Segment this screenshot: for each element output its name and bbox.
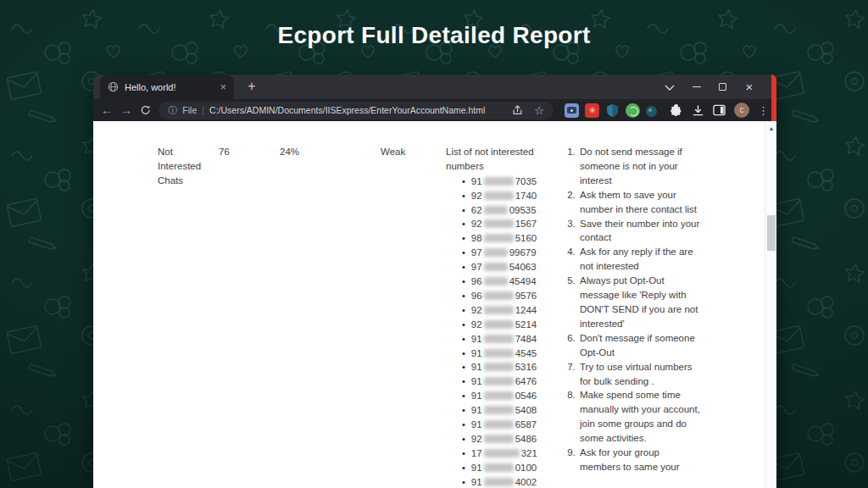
phone-number-item: •915316 [462,360,558,374]
phone-number-item: •914002 [462,475,558,488]
tab-strip: Hello, world! × + × [93,75,776,99]
forward-icon[interactable]: → [120,104,132,116]
phone-number-item: •969576 [462,289,558,303]
blurred-digits [484,206,508,214]
downloads-icon[interactable] [692,104,704,117]
chevron-down-icon[interactable] [665,84,675,91]
phone-number-item: •914545 [462,347,558,361]
tab-close-icon[interactable]: × [220,81,226,92]
teal-sphere-extension-icon[interactable] [646,106,657,117]
blurred-digits [484,177,514,186]
red-extension-icon[interactable] [585,103,599,118]
scrollbar-thumb[interactable] [767,215,776,251]
browser-window: Hello, world! × + × ← → ⓘ File | C:/User… [93,75,776,488]
phone-number-item: •9799679 [462,246,558,260]
extensions-row [565,103,657,118]
metric-cell: Not Interested Chats [158,145,212,188]
phone-number-item: •985160 [462,231,558,246]
phone-number-item: •925486 [462,432,558,446]
blurred-digits [484,263,508,271]
address-bar[interactable]: ⓘ File | C:/Users/ADMIN/Documents/IISExp… [159,102,554,119]
minimize-button[interactable] [693,86,701,88]
blurred-digits [484,463,514,472]
blurred-digits [484,363,514,371]
tip-item: Do not send message if someone is not in… [578,145,701,188]
url-separator: | [202,105,204,115]
page-content: Not Interested Chats 76 24% Weak List of… [93,121,776,488]
blurred-digits [484,449,520,458]
page-scrollbar[interactable]: ▲ [765,121,776,488]
phone-number-item: •921244 [462,303,558,318]
extensions-puzzle-icon[interactable] [670,103,683,117]
tab-title: Hello, world! [125,82,214,92]
numbers-column: List of not interested numbers •917035•9… [446,145,558,488]
phone-number-item: •916476 [462,374,558,389]
tip-item: Ask them to save your number in there co… [578,188,701,217]
site-info-icon[interactable]: ⓘ [168,104,177,117]
blurred-digits [484,306,514,314]
side-panel-icon[interactable] [713,104,726,116]
share-icon[interactable] [511,104,524,116]
tip-item: Ask for your group members to same your [578,446,701,474]
count-cell: 76 [219,145,230,159]
phone-number-item: •17321 [462,446,558,461]
blurred-digits [484,377,514,385]
new-tab-button[interactable]: + [242,78,261,97]
green-extension-icon[interactable] [626,103,640,118]
tips-column: Do not send message if someone is not in… [565,145,701,474]
recording-indicator-strip [771,75,776,121]
browser-menu-kebab-icon[interactable]: ⋮ [758,104,769,117]
phone-number-item: •9754063 [462,260,558,274]
toolbar-right-actions: c ⋮ [670,103,769,118]
percentage-cell: 24% [280,145,299,159]
phone-number-item: •917035 [462,175,558,189]
globe-favicon-icon [108,81,119,92]
phone-number-item: •917484 [462,332,558,347]
maximize-button[interactable] [719,83,726,91]
phone-number-item: •921567 [462,217,558,231]
blurred-digits [484,277,508,286]
blurred-digits [484,248,508,257]
blurred-digits [484,291,514,300]
back-icon[interactable]: ← [101,104,113,116]
url-path: C:/Users/ADMIN/Documents/IISExpress/Ente… [209,105,485,115]
phone-number-item: •9645494 [462,274,558,289]
blurred-digits [484,391,514,400]
phone-number-item: •6209535 [462,203,558,218]
tip-item: Don't message if someone Opt-Out [578,331,701,360]
omnibox-actions: ☆ [511,104,544,117]
blurred-digits [484,335,514,343]
numbers-list-title: List of not interested numbers [446,145,558,174]
window-controls: × [665,75,754,99]
browser-toolbar: ← → ⓘ File | C:/Users/ADMIN/Documents/II… [93,99,776,121]
phone-number-item: •921740 [462,189,558,203]
phone-number-item: •910546 [462,389,558,403]
tips-list: Do not send message if someone is not in… [565,145,701,474]
bookmark-star-icon[interactable]: ☆ [534,104,544,117]
tip-item: Save their number into your contact [578,217,701,246]
tip-item: Ask for any reply if the are not interes… [578,245,701,274]
blurred-digits [484,349,514,358]
blurred-digits [484,420,514,429]
shield-vpn-extension-icon[interactable] [605,103,620,118]
browser-tab[interactable]: Hello, world! × [100,75,234,99]
tip-item: Make spend some time manually with your … [578,388,701,446]
blurred-digits [484,219,514,228]
blurred-digits [484,320,514,329]
report-table: Not Interested Chats 76 24% Weak List of… [93,121,776,488]
numbers-list: •917035•921740•6209535•921567•985160•979… [446,175,558,488]
blue-capture-extension-icon[interactable] [565,103,579,118]
phone-number-item: •925214 [462,318,558,332]
strength-cell: Weak [381,145,405,159]
blurred-digits [484,478,514,486]
profile-avatar[interactable]: c [734,103,749,118]
scrollbar-up-arrow-icon[interactable]: ▲ [765,125,776,131]
page-title: Ecport Full Detailed Report [0,22,868,49]
phone-number-item: •910100 [462,461,558,475]
blurred-digits [484,191,514,200]
close-button[interactable]: × [744,80,754,94]
phone-number-item: •916587 [462,418,558,432]
reload-icon[interactable] [140,104,151,116]
tip-item: Try to use virtual numbers for bulk send… [578,360,701,389]
url-scheme-label: File [182,105,197,115]
